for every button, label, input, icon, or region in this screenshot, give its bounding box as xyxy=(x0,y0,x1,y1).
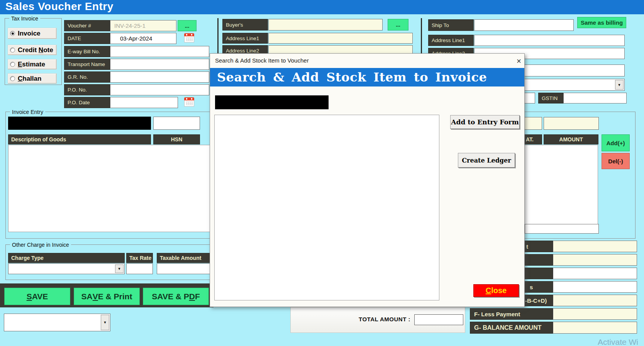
invoice-entry-legend: Invoice Entry xyxy=(10,109,45,115)
less-payment-value[interactable] xyxy=(553,308,637,320)
voucher-number-label: Voucher # xyxy=(64,20,110,31)
gstin-label: GSTIN xyxy=(538,93,563,103)
save-button[interactable]: SAVE xyxy=(4,288,70,305)
sales-voucher-entry-window: Sales Voucher Entry Tax Invoice Invoice … xyxy=(0,0,644,346)
summary-row2-value[interactable] xyxy=(553,254,637,266)
date-label: DATE xyxy=(64,33,110,44)
search-stock-item-dialog: Search & Add Stock Item to Voucher ✕ Sea… xyxy=(210,53,525,307)
item-qty-field[interactable] xyxy=(153,117,200,130)
bottom-left-combobox[interactable]: ▼ xyxy=(4,314,110,331)
transport-name-field[interactable] xyxy=(110,59,209,70)
buyer-browse-button[interactable]: ... xyxy=(388,19,408,31)
radio-icon xyxy=(10,76,15,81)
voucher-number-field[interactable]: INV-24-25-1 xyxy=(110,20,176,31)
summary-row5-value[interactable] xyxy=(553,295,637,306)
ship-address1-label: Address Line1 xyxy=(428,35,474,46)
po-date-label: P.O. Date xyxy=(64,97,110,108)
radio-challan-label: Challan xyxy=(18,75,41,83)
chevron-down-icon[interactable]: ▼ xyxy=(101,315,109,330)
save-print-button[interactable]: SAVE & Print xyxy=(74,288,140,305)
total-amount-field[interactable] xyxy=(414,314,463,325)
balance-amount-label: G- BALANCE AMOUNT xyxy=(470,322,553,334)
stock-results-list[interactable] xyxy=(214,115,439,300)
summary-row3-value[interactable] xyxy=(553,268,637,279)
create-ledger-button[interactable]: Create Ledger xyxy=(458,153,515,168)
activate-windows-watermark: Activate Wi xyxy=(598,338,638,346)
summary-row5-fragment: -B-C+D) xyxy=(525,297,547,304)
dialog-banner: Search & Add Stock Item to Invoice xyxy=(210,68,524,86)
radio-credit-note-label: Credit Note xyxy=(18,46,53,54)
chevron-down-icon[interactable]: ▼ xyxy=(115,265,124,273)
radio-invoice[interactable]: Invoice xyxy=(8,28,57,39)
po-date-field[interactable] xyxy=(110,97,178,108)
save-pdf-button[interactable]: SAVE & PDF xyxy=(143,288,209,305)
radio-invoice-label: Invoice xyxy=(18,30,41,37)
close-icon[interactable]: ✕ xyxy=(514,56,524,66)
other-charge-legend: Other Charge in Invoice xyxy=(10,242,71,248)
po-no-label: P.O. No. xyxy=(64,84,110,95)
total-amount-label: TOTAL AMOUNT : xyxy=(309,316,410,322)
charge-tax-rate-field[interactable] xyxy=(126,263,153,274)
charge-taxable-amount-field[interactable] xyxy=(157,263,211,274)
page-title: Sales Voucher Entry xyxy=(5,0,114,13)
gr-no-field[interactable] xyxy=(110,71,209,83)
radio-selected-icon xyxy=(10,31,15,36)
dialog-banner-title: Search & Add Stock Item to Invoice xyxy=(210,70,487,85)
eway-bill-field[interactable] xyxy=(110,46,209,57)
summary-row1-fragment: t xyxy=(526,243,528,250)
tax-invoice-legend: Tax Invoice xyxy=(9,15,40,22)
radio-estimate[interactable]: Estimate xyxy=(8,59,57,70)
add-to-entry-form-button[interactable]: Add to Entry Form xyxy=(450,115,520,129)
ship-address1-field[interactable] xyxy=(474,35,625,46)
radio-icon xyxy=(10,62,15,67)
calendar-icon[interactable] xyxy=(184,97,194,107)
calendar-icon[interactable] xyxy=(184,33,194,43)
radio-challan[interactable]: Challan xyxy=(8,73,57,84)
ship-to-label: Ship To xyxy=(428,19,474,31)
close-dialog-button[interactable]: Close xyxy=(473,284,519,297)
col-header-taxable-amount: Taxable Amount xyxy=(157,253,211,263)
date-field[interactable]: 03-Apr-2024 xyxy=(110,33,176,44)
buyer-label: Buyer's xyxy=(222,19,268,31)
section-divider xyxy=(421,18,422,55)
buyer-address1-label: Address Line1 xyxy=(222,33,268,44)
col-header-amount: AMOUNT xyxy=(544,134,598,144)
radio-credit-note[interactable]: Credit Note xyxy=(8,45,57,55)
summary-row4-value[interactable] xyxy=(553,281,637,293)
summary-row1-value[interactable] xyxy=(553,241,637,252)
voucher-browse-button[interactable]: ... xyxy=(178,20,197,31)
less-payment-label: F- Less Payment xyxy=(470,308,553,320)
col-header-hsn: HSN xyxy=(153,134,200,144)
charge-type-combobox[interactable]: ▼ xyxy=(8,263,125,274)
radio-estimate-label: Estimate xyxy=(18,61,45,68)
chevron-down-icon[interactable]: ▼ xyxy=(615,80,624,90)
col-header-charge-type: Charge Type xyxy=(8,253,125,263)
col-header-tax-rate: Tax Rate xyxy=(126,253,153,263)
radio-icon xyxy=(10,47,15,53)
balance-amount-value[interactable] xyxy=(553,322,637,334)
add-row-button[interactable]: Add(+) xyxy=(602,134,630,151)
ship-to-field[interactable] xyxy=(474,19,574,31)
buyer-address1-field[interactable] xyxy=(268,33,413,44)
po-no-field[interactable] xyxy=(110,84,209,95)
transport-name-label: Transport Name xyxy=(64,59,110,70)
summary-row4-fragment: s xyxy=(530,284,533,290)
buyer-field[interactable] xyxy=(268,19,383,31)
same-as-billing-button[interactable]: Same as billing xyxy=(577,17,626,28)
stock-search-input[interactable] xyxy=(215,95,329,109)
dialog-title: Search & Add Stock Item to Voucher xyxy=(215,57,309,64)
col-header-description: Description of Goods xyxy=(8,134,151,144)
delete-row-button[interactable]: Del(-) xyxy=(602,153,630,169)
gstin-field[interactable] xyxy=(563,93,627,103)
item-search-input[interactable] xyxy=(8,117,151,130)
vehicle-field[interactable] xyxy=(525,224,599,234)
eway-bill-label: E-way Bill No. xyxy=(64,46,110,57)
item-amount-field[interactable] xyxy=(544,117,599,130)
gr-no-label: G.R. No. xyxy=(64,71,110,83)
